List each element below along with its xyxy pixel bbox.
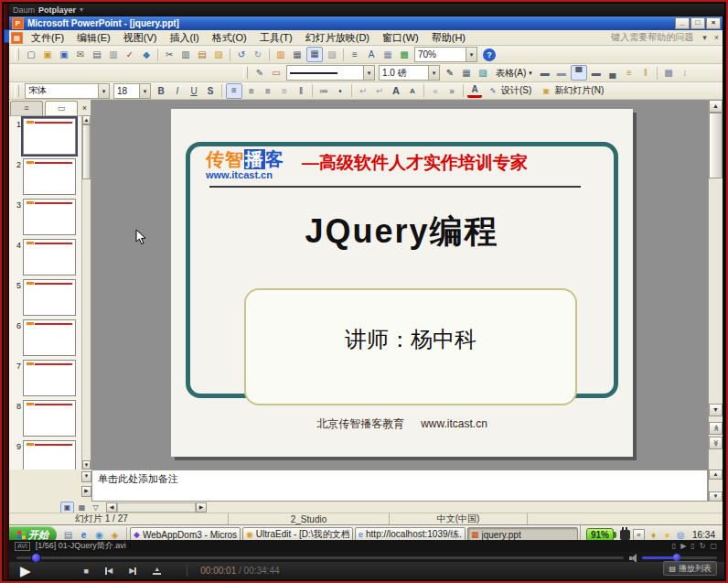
line-weight-combo[interactable]: 1.0 磅 ▾: [379, 65, 440, 81]
format-painter-icon[interactable]: ▨: [211, 48, 226, 61]
playlist-button[interactable]: ▤ 播放列表: [663, 561, 717, 576]
decrease-indent-icon[interactable]: «: [428, 84, 443, 98]
scroll-up-icon[interactable]: ▲: [82, 115, 91, 124]
menu-insert[interactable]: 插入(I): [163, 31, 205, 45]
next-button[interactable]: ▶: [129, 567, 136, 575]
color-schemes-icon[interactable]: ▩: [397, 48, 412, 61]
combo-caret-icon[interactable]: ▾: [363, 66, 374, 80]
slideshow-view-button[interactable]: ▽: [90, 502, 102, 513]
scroll-down-icon[interactable]: ▼: [82, 460, 91, 470]
previous-slide-button[interactable]: ≪: [709, 422, 723, 435]
playlist-panel-icon[interactable]: ▯: [672, 542, 676, 550]
toolbar-grip[interactable]: [15, 49, 19, 60]
scroll-up-icon[interactable]: ▲: [709, 470, 723, 480]
powerpoint-titlebar[interactable]: P Microsoft PowerPoint - [jquery.ppt] _□…: [9, 16, 723, 30]
scroll-down-icon[interactable]: ▼: [709, 491, 723, 502]
menu-edit[interactable]: 编辑(E): [70, 31, 117, 45]
font-color-icon[interactable]: A: [467, 84, 482, 98]
outside-border-icon[interactable]: ▦: [459, 66, 474, 80]
bold-button[interactable]: B: [154, 84, 168, 98]
player-titlebar[interactable]: Daum Potplayer ▾: [9, 4, 724, 16]
player-menu-caret-icon[interactable]: ▾: [80, 5, 83, 14]
research-icon[interactable]: ◆: [139, 48, 154, 61]
grid-icon[interactable]: ▦: [380, 48, 395, 61]
sort-icon[interactable]: ↕: [678, 66, 692, 80]
slide-canvas[interactable]: 传智播客 www.itcast.cn —高级软件人才实作培训专家 JQuery编…: [171, 109, 633, 457]
notes-scrollbar[interactable]: ▲ ▼: [708, 470, 723, 502]
bullets-icon[interactable]: •: [333, 84, 348, 98]
notes-scroll-right-icon[interactable]: ▶: [81, 486, 91, 497]
toolbar-grip[interactable]: [243, 67, 248, 79]
table-menu-button[interactable]: 表格(A) ▾: [491, 66, 537, 81]
help-icon[interactable]: ?: [483, 49, 496, 61]
loop-icon[interactable]: ↻: [700, 542, 706, 550]
slide-thumbnail-1[interactable]: 1: [9, 118, 81, 155]
fullscreen-icon[interactable]: ▢: [710, 542, 717, 550]
notes-scroll-down-icon[interactable]: ▼: [81, 471, 91, 482]
menu-file[interactable]: 文件(F): [25, 31, 70, 45]
slide-thumbnail-8[interactable]: 8: [9, 400, 81, 437]
distribute-text-icon[interactable]: ≡: [277, 84, 292, 98]
normal-view-button[interactable]: ▣: [60, 502, 74, 513]
notes-pane[interactable]: 单击此处添加备注: [91, 470, 708, 502]
eject-button[interactable]: ▲: [153, 567, 161, 575]
tab-outline[interactable]: ≡: [10, 101, 43, 115]
combo-caret-icon[interactable]: ▾: [98, 84, 109, 98]
speaker-icon[interactable]: [629, 554, 638, 562]
align-top-icon[interactable]: ▀: [571, 65, 587, 81]
table-autoformat-icon[interactable]: ▩: [661, 66, 676, 80]
scroll-up-icon[interactable]: ▲: [709, 100, 723, 113]
scroll-right-icon[interactable]: ▶: [196, 502, 207, 513]
combo-caret-icon[interactable]: ▾: [428, 66, 439, 80]
insert-hyperlink-icon[interactable]: ▨: [325, 48, 339, 61]
combo-caret-icon[interactable]: ▾: [139, 84, 150, 98]
center-vertically-icon[interactable]: ▬: [589, 66, 604, 80]
paste-icon[interactable]: ▤: [195, 48, 209, 61]
expand-all-icon[interactable]: ≡: [348, 48, 362, 61]
open-icon[interactable]: ▣: [40, 48, 55, 61]
zoom-combo[interactable]: 70% ▾: [414, 47, 477, 62]
print-preview-icon[interactable]: ▥: [106, 48, 121, 61]
scrollbar-thumb[interactable]: [82, 124, 91, 179]
insert-chart-icon[interactable]: ▥: [273, 48, 288, 61]
slide-sorter-view-button[interactable]: ▦: [76, 502, 88, 513]
previous-button[interactable]: ◀: [105, 567, 112, 575]
toolbar-grip[interactable]: [15, 85, 19, 97]
cut-icon[interactable]: ✂: [162, 48, 177, 61]
increase-font-icon[interactable]: A: [389, 84, 403, 98]
split-cells-icon[interactable]: ▬: [554, 66, 569, 80]
seek-bar[interactable]: [16, 556, 624, 559]
security-key-icon[interactable]: ♦: [648, 529, 659, 541]
horizontal-scrollbar[interactable]: ◀ ▶: [106, 502, 207, 513]
distribute-columns-icon[interactable]: ‖: [638, 66, 653, 80]
font-size-combo[interactable]: 18 ▾: [113, 83, 151, 99]
slide-thumbnail-6[interactable]: 6: [9, 319, 81, 356]
decrease-font-icon[interactable]: A: [405, 84, 420, 98]
slide-thumbnail-2[interactable]: 2: [9, 158, 81, 195]
help-question-box[interactable]: 键入需要帮助的问题: [611, 31, 699, 44]
print-icon[interactable]: ▤: [90, 48, 104, 61]
columns-icon[interactable]: ‖: [294, 84, 308, 98]
slide-thumbnail-9[interactable]: 9: [9, 440, 81, 470]
scrollbar-thumb[interactable]: [709, 113, 723, 178]
restore-button[interactable]: □: [691, 17, 705, 29]
line-style-combo[interactable]: ▾: [286, 65, 375, 81]
control-panel-icon[interactable]: ▯: [691, 542, 694, 550]
new-slide-button[interactable]: ▣ 新幻灯片(N): [536, 83, 608, 98]
undo-icon[interactable]: ↺: [234, 48, 249, 61]
copy-icon[interactable]: ▥: [178, 48, 193, 61]
align-bottom-icon[interactable]: ▄: [605, 66, 620, 80]
stop-button[interactable]: ■: [84, 567, 89, 576]
play-button[interactable]: ▶: [20, 563, 31, 579]
slide-thumbnail-3[interactable]: 3: [9, 199, 81, 235]
email-icon[interactable]: ✉: [73, 48, 88, 61]
panel-scrollbar[interactable]: ▲ ▼: [81, 115, 91, 470]
tab-slides[interactable]: ▭: [45, 101, 78, 115]
draw-table-icon[interactable]: ✎: [252, 66, 267, 80]
align-center-icon[interactable]: ≡: [244, 84, 259, 98]
menu-slideshow[interactable]: 幻灯片放映(D): [299, 31, 376, 45]
menu-tools[interactable]: 工具(T): [253, 31, 299, 45]
insert-table-icon[interactable]: ▦: [290, 48, 305, 61]
save-icon[interactable]: ▣: [57, 48, 71, 61]
ltr-paragraph-icon[interactable]: ↵: [356, 84, 370, 98]
